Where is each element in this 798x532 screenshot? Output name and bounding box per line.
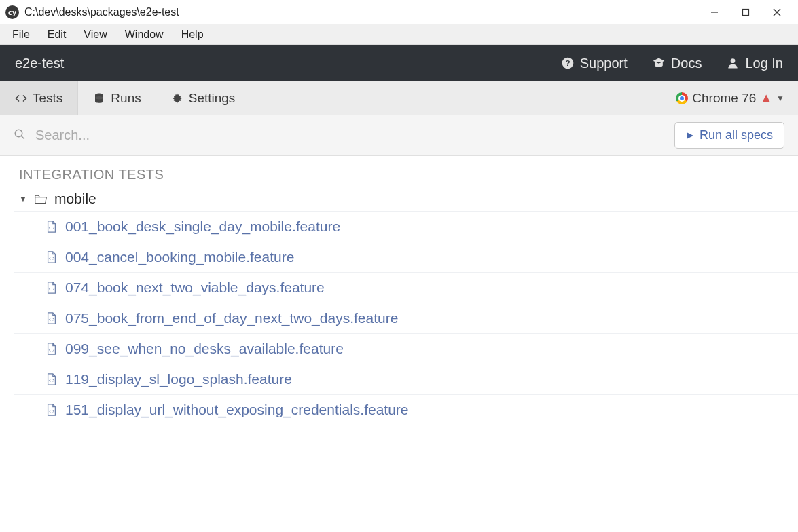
project-name: e2e-test bbox=[15, 56, 64, 71]
tabbar: Tests Runs Settings Chrome 76 ▲ ▼ bbox=[0, 81, 798, 115]
run-all-specs-button[interactable]: Run all specs bbox=[674, 122, 784, 149]
tab-settings[interactable]: Settings bbox=[156, 81, 251, 115]
spec-file-name: 151_display_url_without_exposing_credent… bbox=[65, 402, 409, 418]
chevron-down-icon: ▼ bbox=[776, 94, 784, 103]
spec-file[interactable]: 075_book_from_end_of_day_next_two_days.f… bbox=[14, 303, 798, 334]
play-icon bbox=[686, 132, 694, 140]
spec-file-name: 099_see_when_no_desks_available.feature bbox=[65, 341, 344, 357]
folder-mobile[interactable]: ▼ mobile bbox=[14, 187, 798, 211]
searchbar: Run all specs bbox=[0, 115, 798, 156]
cypress-app-icon: cy bbox=[5, 5, 19, 19]
svg-line-11 bbox=[21, 136, 24, 139]
close-button[interactable] bbox=[761, 1, 793, 23]
window-title: C:\dev\desks\packages\e2e-test bbox=[24, 6, 179, 18]
spec-file-name: 119_display_sl_logo_splash.feature bbox=[65, 371, 292, 387]
file-code-icon bbox=[46, 373, 57, 385]
tab-runs[interactable]: Runs bbox=[78, 81, 156, 115]
gear-icon bbox=[171, 92, 183, 104]
browser-label: Chrome 76 bbox=[692, 91, 756, 106]
spec-tree: ▼ mobile 001_book_desk_single_day_mobile… bbox=[0, 187, 798, 425]
svg-text:?: ? bbox=[565, 58, 570, 67]
menu-help[interactable]: Help bbox=[173, 26, 212, 43]
question-circle-icon: ? bbox=[561, 56, 575, 70]
window-titlebar: cy C:\dev\desks\packages\e2e-test bbox=[0, 0, 798, 24]
spec-file[interactable]: 119_display_sl_logo_splash.feature bbox=[14, 364, 798, 395]
app-header: e2e-test ? Support Docs Log In bbox=[0, 45, 798, 81]
svg-point-6 bbox=[731, 58, 736, 63]
spec-file[interactable]: 099_see_when_no_desks_available.feature bbox=[14, 334, 798, 364]
file-code-icon bbox=[46, 312, 57, 324]
menu-window[interactable]: Window bbox=[117, 26, 172, 43]
code-icon bbox=[15, 92, 27, 104]
tab-tests[interactable]: Tests bbox=[0, 81, 78, 115]
docs-label: Docs bbox=[671, 56, 702, 71]
collapse-icon: ▼ bbox=[19, 194, 27, 204]
svg-point-8 bbox=[95, 96, 103, 100]
spec-file[interactable]: 151_display_url_without_exposing_credent… bbox=[14, 395, 798, 425]
menu-edit[interactable]: Edit bbox=[39, 26, 75, 43]
docs-link[interactable]: Docs bbox=[652, 56, 702, 71]
login-label: Log In bbox=[745, 56, 783, 71]
file-code-icon bbox=[46, 221, 57, 233]
browser-chooser[interactable]: Chrome 76 ▲ ▼ bbox=[662, 91, 798, 106]
run-all-label: Run all specs bbox=[700, 128, 773, 142]
spec-file-name: 001_book_desk_single_day_mobile.feature bbox=[65, 218, 340, 235]
spec-file-name: 075_book_from_end_of_day_next_two_days.f… bbox=[65, 310, 398, 326]
folder-label: mobile bbox=[54, 191, 96, 207]
database-icon bbox=[93, 92, 105, 104]
svg-marker-12 bbox=[687, 132, 693, 139]
search-icon bbox=[14, 128, 26, 142]
file-code-icon bbox=[46, 282, 57, 294]
file-code-icon bbox=[46, 251, 57, 263]
spec-file-name: 074_book_next_two_viable_days.feature bbox=[65, 280, 325, 296]
search-input[interactable] bbox=[35, 128, 674, 143]
menubar: File Edit View Window Help bbox=[0, 24, 798, 45]
maximize-button[interactable] bbox=[730, 1, 761, 23]
menu-view[interactable]: View bbox=[75, 26, 115, 43]
spec-file[interactable]: 001_book_desk_single_day_mobile.feature bbox=[14, 211, 798, 242]
spec-file[interactable]: 004_cancel_booking_mobile.feature bbox=[14, 242, 798, 273]
chrome-icon bbox=[676, 92, 688, 104]
menu-file[interactable]: File bbox=[4, 26, 38, 43]
file-code-icon bbox=[46, 343, 57, 355]
spec-file[interactable]: 074_book_next_two_viable_days.feature bbox=[14, 273, 798, 303]
tab-runs-label: Runs bbox=[111, 91, 141, 106]
svg-rect-1 bbox=[743, 9, 749, 15]
support-link[interactable]: ? Support bbox=[561, 56, 628, 71]
tab-tests-label: Tests bbox=[33, 91, 62, 106]
svg-point-10 bbox=[15, 130, 22, 137]
file-code-icon bbox=[46, 404, 57, 416]
minimize-button[interactable] bbox=[699, 1, 730, 23]
window-controls bbox=[699, 1, 793, 23]
folder-open-icon bbox=[34, 193, 48, 205]
warning-icon: ▲ bbox=[760, 91, 772, 105]
login-link[interactable]: Log In bbox=[726, 56, 783, 71]
support-label: Support bbox=[580, 56, 628, 71]
spec-file-name: 004_cancel_booking_mobile.feature bbox=[65, 249, 294, 265]
graduation-cap-icon bbox=[652, 56, 666, 70]
section-title: INTEGRATION TESTS bbox=[0, 156, 798, 187]
tab-settings-label: Settings bbox=[189, 91, 236, 106]
file-list: 001_book_desk_single_day_mobile.feature0… bbox=[14, 211, 798, 425]
user-icon bbox=[726, 56, 740, 70]
